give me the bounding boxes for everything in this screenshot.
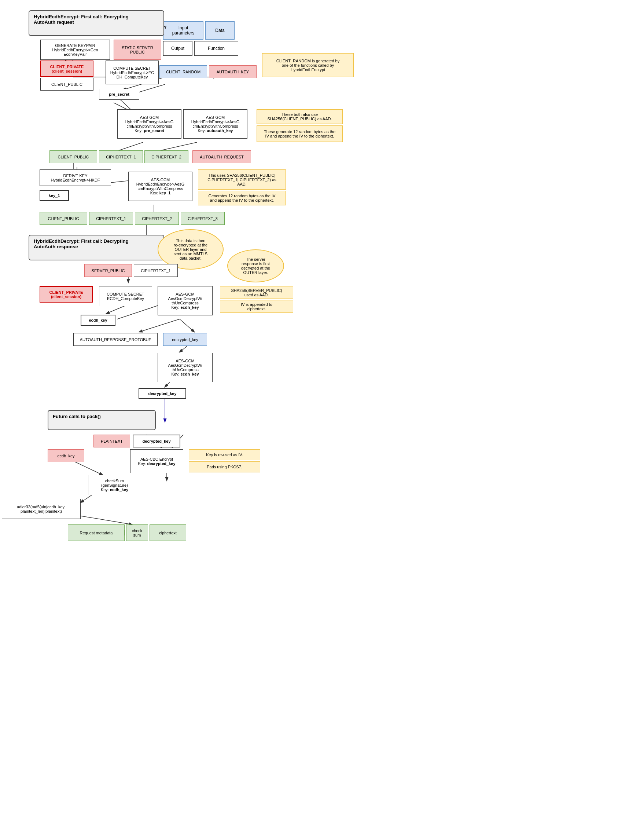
outer-decrypt-oval: The serverresponse is firstdecrypted at … xyxy=(227,249,284,283)
section2-header: HybridEcdhDecrypt: First call: Decryptin… xyxy=(29,235,164,260)
svg-line-19 xyxy=(117,304,161,319)
key-1-box: key_1 xyxy=(40,190,69,201)
generate-keypair-box: GENERATE KEYPAIRHybridEcdhEncrypt->GenEc… xyxy=(40,40,110,60)
derive-key-box: DERIVE KEYHybridEcdhEncrypt->HKDF xyxy=(40,169,111,186)
autoauth-response-box: AUTOAUTH_RESPONSE_PROTOBUF xyxy=(73,333,158,346)
server-public-box: SERVER_PUBLIC xyxy=(84,264,132,277)
compute-secret-box-1: COMPUTE SECRETHybridEcdhEncrypt->ECDH_Co… xyxy=(106,60,159,84)
client-public-box-2: CLIENT_PUBLIC xyxy=(49,150,97,163)
section3-header: Future calls to pack() xyxy=(48,410,156,430)
iv-note-1: These generate 12 random bytes as theIV … xyxy=(256,126,343,142)
client-private-box-2: CLIENT_PRIVATE(client_session) xyxy=(40,286,93,302)
autoauth-request-box: AUTOAUTH_REQUEST xyxy=(192,150,251,163)
plaintext-box: PLAINTEXT xyxy=(94,435,130,447)
sha256-note-3: SHA256(SERVER_PUBLIC)used as AAD. xyxy=(220,286,293,299)
aes-gcm-box-5: AES-GCMAesGcmDecryptWithUnCompressKey: e… xyxy=(158,353,213,382)
aes-gcm-box-1: AES-GCMHybridEcdhEncrypt->AesGcmEncryptW… xyxy=(117,109,181,139)
static-server-public-box: STATIC SERVERPUBLIC xyxy=(113,40,161,60)
section1-header: HybridEcdhEncrypt: First call: Encryptin… xyxy=(29,10,164,36)
client-public-box-1: CLIENT_PUBLIC xyxy=(40,78,94,91)
check-sum-box: checksum xyxy=(126,524,148,541)
sha256-note-2: This uses SHA256(CLIENT_PUBLIC|CIPHERTEX… xyxy=(198,169,286,190)
legend-input-params: Inputparameters xyxy=(163,21,204,40)
legend-output: Output xyxy=(163,41,192,56)
diagram-container: Inputparameters Data Output Function KEY… xyxy=(0,0,644,823)
compute-secret-box-2: COMPUTE SECRETECDH_ComputeKey xyxy=(99,286,152,306)
decrypted-key-box-2: decrypted_key xyxy=(133,435,180,447)
pkcs7-note: Pads using PKCS7. xyxy=(189,461,260,472)
ciphertext-1-c-box: CIPHERTEXT_1 xyxy=(134,264,178,277)
iv-note-3: IV is appended tociphertext. xyxy=(220,300,293,313)
checksum-box: checkSum(genSignature)Key: ecdh_key xyxy=(88,475,141,495)
autoauth-key-box: AUTOAUTH_KEY xyxy=(209,65,256,78)
svg-line-20 xyxy=(139,319,179,332)
ciphertext-3-box: CIPHERTEXT_3 xyxy=(181,212,225,225)
ecdh-key-box-2: ecdh_key xyxy=(48,449,84,462)
ciphertext-1-a-box: CIPHERTEXT_1 xyxy=(99,150,143,163)
client-private-box-1: CLIENT_PRIVATE(client_session) xyxy=(40,60,94,77)
client-public-box-3: CLIENT_PUBLIC xyxy=(40,212,87,225)
outer-layer-oval: This data is thenre-encrypted at theOUTE… xyxy=(158,229,224,270)
sha256-note-1: These both also useSHA256(CLIENT_PUBLIC)… xyxy=(256,109,343,124)
svg-line-21 xyxy=(179,319,194,332)
client-random-box: CLIENT_RANDOM xyxy=(159,65,207,78)
adler32-box: adler32(md5(uin|ecdh_key|plaintext_len)|… xyxy=(2,499,81,519)
iv-note-2: Generates 12 random bytes as the IVand a… xyxy=(198,191,286,206)
aes-cbc-box: AES-CBC EncryptKey: decrypted_key xyxy=(130,449,183,473)
ciphertext-2-a-box: CIPHERTEXT_2 xyxy=(144,150,189,163)
ecdh-key-box-1: ecdh_key xyxy=(81,315,115,326)
aes-gcm-box-3: AES-GCMHybridEcdhEncrypt->AesGcmEncryptW… xyxy=(128,172,192,201)
ciphertext-2-b-box: CIPHERTEXT_2 xyxy=(135,212,179,225)
pre-secret-box: pre_secret xyxy=(99,89,139,100)
aes-gcm-box-4: AES-GCMAesGcmDecryptWithUnCompressKey: e… xyxy=(158,286,213,315)
aes-gcm-box-2: AES-GCMHybridEcdhEncrypt->AesGcmEncryptW… xyxy=(183,109,247,139)
decrypted-key-box-1: decrypted_key xyxy=(138,388,186,399)
legend-data: Data xyxy=(205,21,235,40)
request-metadata-box: Request metadata xyxy=(68,524,125,541)
client-random-note: CLIENT_RANDOM is generated byone of the … xyxy=(262,53,354,77)
ciphertext-1-b-box: CIPHERTEXT_1 xyxy=(89,212,133,225)
encrypted-key-box: encrypted_key xyxy=(163,333,207,346)
ciphertext-final-box: ciphertext xyxy=(150,524,186,541)
legend-function: Function xyxy=(194,41,238,56)
iv-reuse-note: Key is re-used as IV. xyxy=(189,449,260,460)
